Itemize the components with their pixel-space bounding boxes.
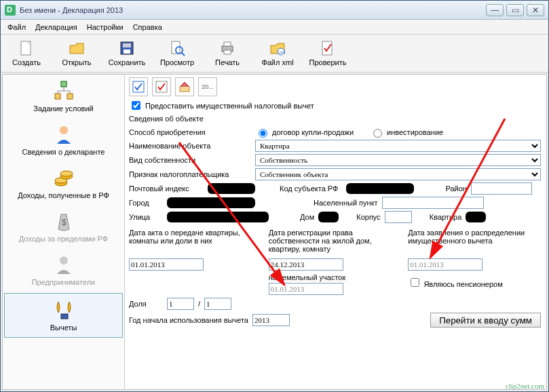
- menu-help[interactable]: Справка: [133, 23, 162, 31]
- svg-rect-14: [55, 94, 60, 99]
- save-button[interactable]: Сохранить: [108, 40, 146, 66]
- date-act-label: Дата акта о передаче квартиры, комнаты и…: [129, 229, 262, 257]
- obj-name-select[interactable]: Квартира: [255, 140, 541, 152]
- year-start-label: Год начала использования вычета: [129, 316, 248, 324]
- city-label: Город: [129, 199, 163, 207]
- redcheck-icon: [155, 81, 168, 93]
- svg-rect-2: [123, 43, 131, 47]
- svg-rect-9: [224, 50, 231, 54]
- checklist-icon: [132, 81, 145, 93]
- pensioner-check[interactable]: Являюсь пенсионером: [408, 280, 502, 288]
- postal-redacted: [208, 183, 255, 194]
- share-num-input[interactable]: [167, 298, 194, 310]
- city-redacted: [167, 197, 255, 208]
- coins-icon: [53, 167, 75, 189]
- window-controls: — ▭ ✕: [486, 4, 544, 16]
- radio-contract[interactable]: договор купли-продажи: [255, 127, 354, 138]
- watermark: clip2net.com: [506, 382, 544, 390]
- sidebar-label: Предприниматели: [32, 278, 95, 286]
- radio-invest[interactable]: инвестирование: [370, 127, 443, 138]
- open-button[interactable]: Открыть: [58, 40, 96, 66]
- tree-icon: [53, 80, 75, 102]
- briefcase-person-icon: [53, 254, 75, 275]
- date-appl-label: Дата заявления о распределении имуществе…: [408, 229, 541, 257]
- sidebar-item-conditions[interactable]: Задание условий: [3, 75, 124, 118]
- svg-rect-8: [224, 42, 231, 46]
- share-den-input[interactable]: [204, 298, 231, 310]
- content-panel: 20... Предоставить имущественный налогов…: [125, 75, 546, 389]
- subtab-redcheck[interactable]: [152, 77, 171, 96]
- print-button[interactable]: Печать: [208, 40, 246, 66]
- flat-redacted: [466, 212, 486, 222]
- sidebar-label: Задание условий: [33, 104, 93, 113]
- sidebar-item-deductions[interactable]: Вычеты: [4, 293, 123, 338]
- year-start-input[interactable]: [252, 314, 290, 326]
- svg-text:$: $: [62, 218, 67, 227]
- svg-point-20: [60, 126, 68, 134]
- new-doc-icon: [18, 40, 35, 56]
- ownership-select[interactable]: Собственность: [255, 154, 541, 166]
- goto-sums-button[interactable]: Перейти к вводу сумм: [430, 313, 541, 328]
- app-icon: [5, 5, 16, 16]
- taxpayer-select[interactable]: Собственник объекта: [255, 168, 541, 180]
- date-land-input[interactable]: [269, 283, 343, 295]
- svg-rect-15: [67, 94, 73, 99]
- flat-label: Квартира: [430, 213, 462, 221]
- district-input[interactable]: [471, 182, 532, 195]
- subtab-house[interactable]: [175, 77, 194, 96]
- sidebar-label: Доходы, полученные в РФ: [18, 191, 109, 199]
- menu-settings[interactable]: Настройки: [87, 23, 124, 31]
- street-label: Улица: [129, 213, 163, 221]
- subtab-checklist[interactable]: [129, 77, 148, 96]
- grant-deduction-checkbox[interactable]: [132, 101, 140, 110]
- svg-point-24: [60, 171, 73, 176]
- create-button[interactable]: Создать: [7, 40, 45, 66]
- twenty-label: 20...: [202, 83, 214, 90]
- folder-open-icon: [69, 40, 85, 56]
- house-redacted: [318, 212, 339, 222]
- magnifier-doc-icon: [169, 40, 185, 56]
- sidebar-label: Доходы за пределами РФ: [19, 235, 108, 243]
- body-area: Задание условий Сведения о декларанте До…: [2, 74, 547, 390]
- app-window: Без имени - Декларация 2013 — ▭ ✕ Файл Д…: [0, 0, 549, 392]
- preview-button[interactable]: Просмотр: [158, 40, 196, 66]
- subtab-twenty[interactable]: 20...: [198, 77, 217, 96]
- sidebar-label: Сведения о декларанте: [22, 148, 105, 156]
- share-label: Доля: [129, 300, 163, 308]
- svg-rect-12: [322, 41, 332, 55]
- printer-icon: [219, 40, 235, 56]
- ownership-label: Вид собственности: [129, 156, 251, 164]
- building-input[interactable]: [385, 211, 412, 223]
- deductions-icon: [53, 299, 75, 321]
- street-redacted: [167, 212, 269, 222]
- district-label: Район: [445, 184, 466, 193]
- sidebar-item-declarant[interactable]: Сведения о декларанте: [3, 118, 124, 161]
- xml-button[interactable]: xml Файл xml: [259, 40, 297, 66]
- settlement-input[interactable]: [382, 197, 484, 209]
- house-icon: [178, 81, 191, 93]
- sidebar-item-income-foreign: $ Доходы за пределами РФ: [3, 205, 124, 248]
- floppy-icon: [119, 40, 135, 56]
- sidebar-item-income-rf[interactable]: Доходы, полученные в РФ: [3, 161, 124, 205]
- maximize-button[interactable]: ▭: [506, 4, 524, 16]
- svg-rect-27: [61, 314, 68, 319]
- date-reg-label: Дата регистрации права собственности на …: [269, 229, 402, 257]
- check-button[interactable]: Проверить: [309, 40, 347, 66]
- menu-declaration[interactable]: Декларация: [35, 23, 77, 31]
- section-title: Сведения об объекте: [129, 115, 541, 123]
- sidebar: Задание условий Сведения о декларанте До…: [3, 75, 125, 389]
- date-appl-input[interactable]: [408, 258, 482, 271]
- menu-file[interactable]: Файл: [7, 23, 26, 31]
- close-button[interactable]: ✕: [527, 4, 544, 16]
- svg-text:xml: xml: [279, 50, 285, 54]
- subject-code-label: Код субъекта РФ: [280, 184, 338, 193]
- main-toolbar: Создать Открыть Сохранить Просмотр Печат…: [1, 35, 548, 73]
- money-bag-icon: $: [53, 210, 75, 232]
- minimize-button[interactable]: —: [486, 4, 504, 16]
- sub-toolbar: 20...: [129, 77, 541, 96]
- person-icon: [53, 123, 75, 145]
- acq-method-label: Способ приобретения: [129, 128, 251, 136]
- date-reg-input[interactable]: [269, 258, 343, 271]
- building-label: Корпус: [356, 213, 380, 221]
- date-act-input[interactable]: [129, 258, 204, 271]
